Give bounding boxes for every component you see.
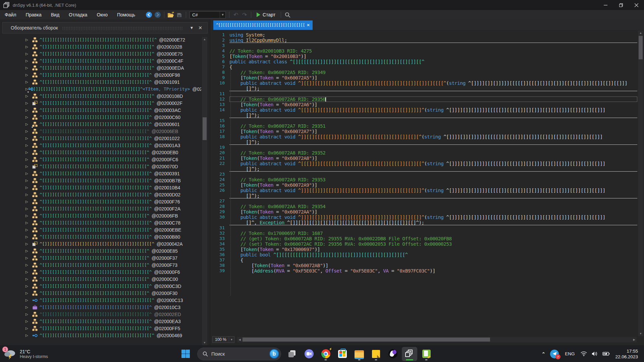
assembly-explorer-header[interactable]: Обозреватель сборок ▼ ✕ [2,22,208,34]
undo-button[interactable]: ↶ [231,11,240,19]
tree-item[interactable]: ▷^[]][[]][[][[][]][[[]][[][]][[]][[[]][[… [0,57,201,64]
tree-item[interactable]: ▷^[[]]][[][[[[[][]][[]][[][]][[]][[]][[]… [0,233,201,240]
tree-item[interactable]: ▷♥^[]]][[]][[][[][]][[[]][[][]][[]][[]][… [0,85,201,93]
tree-item[interactable]: ▷^[]][[]][[][[][]][[[]][[][]][[]][[[]][[… [0,184,201,191]
wifi-icon[interactable] [579,350,588,358]
tree-item[interactable]: ▷^[[]]][[]][[[[[][]][[]][[][]][[]][[]][[… [0,163,201,170]
tree-item[interactable]: ▷^[]][[]][[][[][]][[[]][[][]][[]][[[]][[… [0,142,201,149]
expander-icon[interactable]: ▷ [25,59,32,63]
expander-icon[interactable]: ▷ [25,186,32,189]
expander-icon[interactable]: ▷ [25,38,32,42]
taskbar-app-explorer[interactable] [352,347,367,361]
code-line[interactable]: 31 [211,225,637,231]
tree-item[interactable]: ▷^[]]][[]][[][[][]][[[]][[][]][[]][[]][[… [0,212,201,219]
tree-item[interactable]: ▷^[]]][[]][[][[][]][[[]][[][]][[]][[]][[… [0,71,201,78]
code-line[interactable]: 22 public abstract void ^[[[]]]][[[[[[][… [211,161,637,166]
tree-item[interactable]: ▷^[]]][[]][[][[][]][[[]][[][]][[]][[]][[… [0,198,201,205]
expander-icon[interactable]: ▷ [25,277,32,281]
telegram-tray-icon[interactable]: 7 [549,348,560,360]
code-line[interactable]: 17 [Token(Token = "0x60072A7")] [211,129,637,134]
expander-icon[interactable]: ▷ [25,249,32,253]
menu-file[interactable]: Файл [0,11,21,19]
scroll-right-icon[interactable]: ▶ [632,338,637,341]
code-line[interactable]: 26 public abstract void ^]]][[]]]][[][]]… [211,188,637,193]
tree-item[interactable]: ▷^[]]][[]][[][[][]][[[]][[][]][[]][[]][[… [0,156,201,163]
code-line[interactable]: 1using System; [211,32,637,38]
combobox-arrow-icon[interactable]: ▼ [220,12,225,18]
tree-item[interactable]: ▷^[[]]][[]][[[[[][]][[]][[][]][[]][[]][[… [0,78,201,85]
scrollbar-thumb[interactable] [203,117,207,140]
start-debug-button[interactable]: Старт [253,11,279,18]
code-line[interactable]: 10 public abstract void ^][[]][[]][[]][[… [211,80,637,86]
scroll-down-icon[interactable]: ▼ [202,340,207,345]
language-indicator[interactable]: ENG [562,350,577,358]
expander-icon[interactable]: ▷ [25,256,32,260]
editor-scrollbar[interactable]: ▲ ▼ [638,31,643,336]
tree-item[interactable]: ▷^[[]]][[]][[[[[][]][[]][[][]][[]][[]][[… [0,290,201,297]
tree-item[interactable]: ▷^[]][[]][[][[][]][[[]][[][]][[]][[[]][[… [0,268,201,276]
code-line[interactable]: 27 [211,198,637,204]
expander-icon[interactable]: ▷ [25,115,32,119]
code-line[interactable]: 34 // (set) Token: 0x060072AC RID: 29356… [211,241,637,247]
tree-item[interactable]: ▷^[[]]][[]][[[[[][]][[]][[][]][[]][[]][[… [0,36,201,43]
save-all-button[interactable] [175,11,184,19]
navigate-forward-button[interactable] [153,11,162,19]
expander-icon[interactable]: ▷ [25,122,32,126]
panel-close-icon[interactable]: ✕ [196,24,205,31]
code-line[interactable]: 9 [Token(Token = "0x60072A5")] [211,75,637,80]
panel-menu-arrow-icon[interactable]: ▼ [187,25,196,31]
code-line[interactable]: 37 { [211,257,637,263]
expander-icon[interactable]: ▷ [25,136,32,140]
tree-item[interactable]: ▷^[[]]][[]][[[[[][]][[]][[][]][[]][[]][[… [0,332,201,339]
expander-icon[interactable]: ▷ [25,143,32,147]
taskbar-app-sticky[interactable] [368,347,384,361]
tree-item[interactable]: ▷^[[]]][[][[[[[][]][[]][[][]][[]][[]][[]… [0,149,201,156]
expander-icon[interactable]: ▷ [25,80,32,84]
navigate-back-button[interactable] [145,11,153,19]
tree-item[interactable]: ▷^[[]][[]]][[][[[]][[]][[][[]][[]][[]][[… [0,50,201,57]
taskbar-app-npp[interactable] [419,347,434,361]
expander-icon[interactable]: ▷ [25,270,32,274]
taskbar-search[interactable]: Поиск b [197,348,281,360]
close-button[interactable] [629,0,644,10]
menu-debug[interactable]: Отладка [64,11,92,19]
code-line[interactable]: 2using Il2CppDummyDll; [211,38,637,43]
tree-item[interactable]: ▷^[]]][[]][[][[][]][[[]][[][]][[]][[]][[… [0,114,201,121]
code-line[interactable]: 5[Token(Token = "0x20010B3")] [211,54,637,59]
expander-icon[interactable]: ▷ [25,298,32,302]
tree-item[interactable]: ▷^[[]][[]]][[][[[]][[]][[][[]][[]][[]][[… [0,304,201,311]
code-line[interactable]: 36 public bool ^[][[[[[[[[][][]][]][][]]… [211,252,637,257]
code-line[interactable]: 29 [Token(Token = "0x60072AA")] [211,209,637,215]
code-line[interactable]: 32 // Token: 0x17000697 RID: 1687 [211,231,637,236]
volume-icon[interactable] [590,350,599,358]
start-button[interactable] [178,347,193,361]
tree-item[interactable]: ▷^[]]][[]][[][[][]][[[]][[][]][[]][[]][[… [0,254,201,261]
expander-icon[interactable]: ▷ [25,284,32,288]
code-line[interactable]: 14 public abstract void ^[[][]]][[]][[][… [211,107,637,113]
tree-item[interactable]: ▷^[[]][[]]][[][[[]][[]][[][[]][[]][[]][[… [0,219,201,226]
code-line[interactable]: 35 [Token(Token = "0x17000697")] [211,247,637,252]
document-tab[interactable]: ^[][[[[[[][]][]]][][][[[[[][[][][]][[][[… [213,20,313,30]
code-line[interactable]: 28 // Token: 0x060072AA RID: 29354 [211,204,637,209]
code-line[interactable]: 20 // Token: 0x060072A8 RID: 29352 [211,150,637,156]
code-line[interactable]: 18 public abstract void ^]][[][[[[[[]]]]… [211,134,637,139]
code-line[interactable]: 16 // Token: 0x060072A7 RID: 29351 [211,123,637,129]
maximize-button[interactable] [613,0,629,10]
explorer-scrollbar[interactable]: ▲ ▼ [202,37,207,345]
taskbar-app-chat[interactable] [301,347,317,361]
code-line[interactable]: 33 // (get) Token: 0x060072AB RID: 29355… [211,236,637,241]
code-line[interactable]: 23 [211,172,637,177]
code-line[interactable]: 12 // Token: 0x060072A6 RID: 29350 [211,97,637,102]
expander-icon[interactable]: ▷ [25,73,32,77]
tree-item[interactable]: ▷^[]]][[[]][[][[][]][[[]][[][]]][[]][]]]… [0,240,201,247]
tree-item[interactable]: ▷^[[]]][[][[[[[][]][[]][[][]][[]][[]][[]… [0,64,201,71]
code-line[interactable]: 8 // Token: 0x060072A5 RID: 29349 [211,70,637,75]
tree-item[interactable]: ▷^[]]][[]][[][[][]][[[]][[][]][[]][[]][[… [0,170,201,177]
taskbar-app-store[interactable] [335,347,350,361]
tab-close-icon[interactable]: ✕ [307,23,310,27]
bing-chat-icon[interactable]: b [269,349,279,359]
code-line[interactable]: 3 [211,43,637,48]
redo-button[interactable]: ↷ [240,11,249,19]
tree-item[interactable]: ▷^[]][[]][[][[][]][[[]][[][]][[]][[[]][[… [0,226,201,233]
expander-icon[interactable]: ▷ [25,200,32,203]
